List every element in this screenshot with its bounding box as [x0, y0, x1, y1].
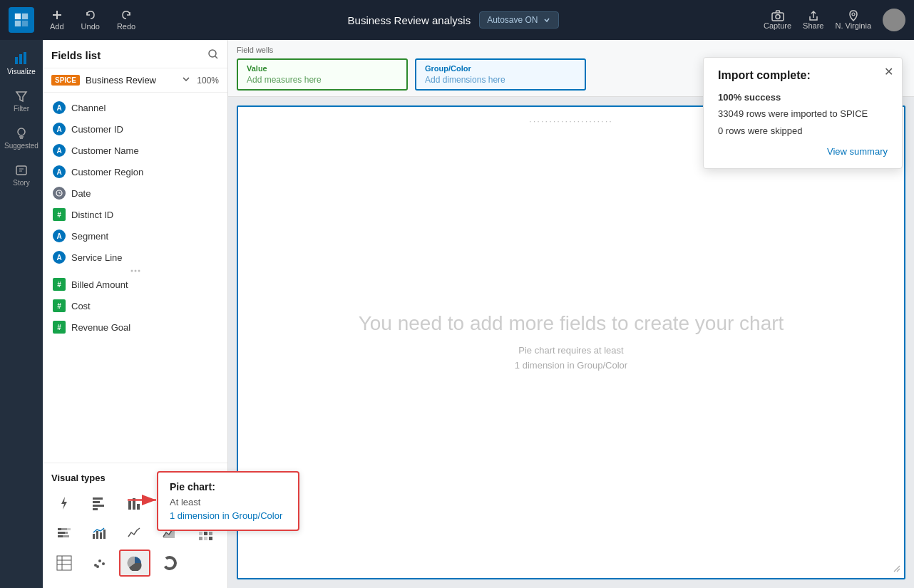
visual-type-kpi[interactable]: [48, 490, 80, 517]
capture-button[interactable]: Capture: [764, 10, 791, 30]
svg-rect-19: [93, 505, 104, 507]
field-item-billed-amount[interactable]: # Billed Amount: [43, 274, 227, 295]
visual-type-scatter[interactable]: [83, 550, 115, 577]
field-item-segment[interactable]: A Segment: [43, 225, 227, 247]
visual-type-donut[interactable]: [154, 550, 185, 577]
field-item-customer-id[interactable]: A Customer ID: [43, 118, 227, 140]
field-item-customer-region[interactable]: A Customer Region: [43, 161, 227, 182]
field-item-cost[interactable]: # Cost: [43, 295, 227, 316]
chart-main-text: You need to add more fields to create yo…: [359, 312, 784, 335]
field-item-channel[interactable]: A Channel: [43, 97, 227, 118]
field-icon-dim: A: [53, 165, 66, 178]
nav-center: Business Review analysis Autosave ON: [145, 11, 761, 29]
field-item-date[interactable]: Date: [43, 182, 227, 204]
autosave-badge[interactable]: Autosave ON: [479, 11, 558, 29]
sidebar-item-visualize[interactable]: Visualize: [0, 46, 43, 81]
visual-type-line-mixed[interactable]: [83, 520, 115, 547]
svg-rect-1: [22, 14, 28, 19]
svg-point-12: [209, 50, 216, 57]
visual-type-pie[interactable]: [119, 550, 150, 577]
svg-point-58: [98, 559, 101, 562]
logo: [9, 7, 34, 33]
dataset-dropdown[interactable]: [181, 74, 191, 86]
dataset-row: SPICE Business Review 100%: [43, 68, 227, 93]
visual-type-pivot-table[interactable]: [48, 550, 80, 577]
field-item-customer-name[interactable]: A Customer Name: [43, 140, 227, 161]
divider-handle[interactable]: [43, 268, 227, 274]
svg-point-16: [138, 270, 140, 272]
svg-rect-11: [16, 166, 26, 175]
svg-rect-54: [204, 537, 207, 540]
svg-point-5: [776, 15, 780, 19]
field-item-revenue-goal[interactable]: # Revenue Goal: [43, 316, 227, 338]
svg-rect-40: [65, 532, 68, 534]
field-name: Customer ID: [71, 124, 123, 135]
dataset-name: Business Review: [86, 75, 175, 86]
svg-point-6: [852, 13, 855, 16]
field-name: Cost: [71, 301, 91, 311]
share-button[interactable]: Share: [803, 10, 823, 30]
field-well-group-label: Group/Color: [425, 64, 576, 73]
field-icon-measure: #: [53, 299, 66, 312]
redo-button[interactable]: Redo: [110, 6, 143, 33]
field-well-value[interactable]: Value Add measures here: [237, 58, 408, 91]
view-summary-link[interactable]: View summary: [718, 146, 888, 157]
chart-resize-handle[interactable]: [893, 564, 901, 575]
region-selector[interactable]: N. Virginia: [835, 10, 871, 30]
pie-tooltip-link[interactable]: 1 dimension in Group/Color: [170, 510, 282, 521]
fields-search-icon[interactable]: [207, 48, 219, 62]
field-name: Customer Region: [71, 167, 143, 177]
visual-type-line[interactable]: [119, 520, 150, 547]
svg-rect-18: [93, 501, 100, 503]
visual-type-stacked-horizontal[interactable]: [48, 520, 80, 547]
field-icon-measure: #: [53, 208, 66, 221]
svg-rect-2: [15, 21, 21, 26]
svg-rect-20: [93, 508, 98, 510]
chart-sub-text: Pie chart requires at least 1 dimension …: [359, 344, 784, 373]
svg-point-62: [164, 557, 175, 569]
field-wells-label: Field wells: [237, 46, 905, 54]
field-name: Revenue Goal: [71, 322, 130, 333]
chart-dots: ·····················: [529, 115, 613, 126]
field-item-distinct-id[interactable]: # Distinct ID: [43, 204, 227, 225]
field-name: Service Line: [71, 252, 123, 263]
import-close-button[interactable]: ✕: [884, 65, 893, 78]
field-well-value-placeholder: Add measures here: [247, 75, 398, 85]
field-name: Segment: [71, 231, 108, 242]
svg-rect-52: [209, 532, 212, 535]
import-stat-skipped: 0 rows were skipped: [718, 123, 888, 139]
field-icon-dim: A: [53, 144, 66, 157]
svg-point-14: [130, 270, 133, 272]
svg-rect-56: [57, 556, 71, 570]
field-name: Channel: [71, 103, 106, 113]
field-well-group[interactable]: Group/Color Add dimensions here: [415, 58, 586, 91]
field-name: Billed Amount: [71, 279, 128, 290]
pie-tooltip-sub: At least: [170, 497, 287, 507]
svg-rect-51: [204, 532, 207, 535]
sidebar-item-filter[interactable]: Filter: [0, 84, 43, 118]
svg-rect-38: [67, 528, 71, 530]
visual-type-horizontal-bar[interactable]: [83, 490, 115, 517]
pie-tooltip-title: Pie chart:: [170, 481, 287, 492]
svg-rect-43: [93, 534, 95, 539]
undo-button[interactable]: Undo: [74, 6, 107, 33]
sidebar-item-story[interactable]: Story: [0, 158, 43, 192]
import-stat-rows: 33049 rows were imported to SPICE: [718, 105, 888, 122]
field-icon-date: [53, 187, 66, 200]
field-name: Customer Name: [71, 145, 139, 156]
svg-point-10: [18, 128, 25, 135]
svg-rect-46: [103, 530, 106, 539]
field-icon-dim: A: [53, 251, 66, 264]
user-avatar[interactable]: [883, 9, 905, 31]
pie-chart-tooltip: Pie chart: At least 1 dimension in Group…: [157, 471, 299, 531]
field-well-value-label: Value: [247, 64, 398, 73]
import-title: Import complete:: [718, 69, 888, 82]
field-item-service-line[interactable]: A Service Line: [43, 247, 227, 268]
sidebar-item-suggested[interactable]: Suggested: [0, 121, 43, 155]
field-icon-measure: #: [53, 321, 66, 334]
field-icon-dim: A: [53, 123, 66, 135]
add-button[interactable]: Add: [43, 6, 71, 33]
svg-rect-45: [100, 532, 102, 539]
pie-tooltip-arrow: [124, 490, 160, 513]
svg-rect-55: [209, 537, 212, 540]
